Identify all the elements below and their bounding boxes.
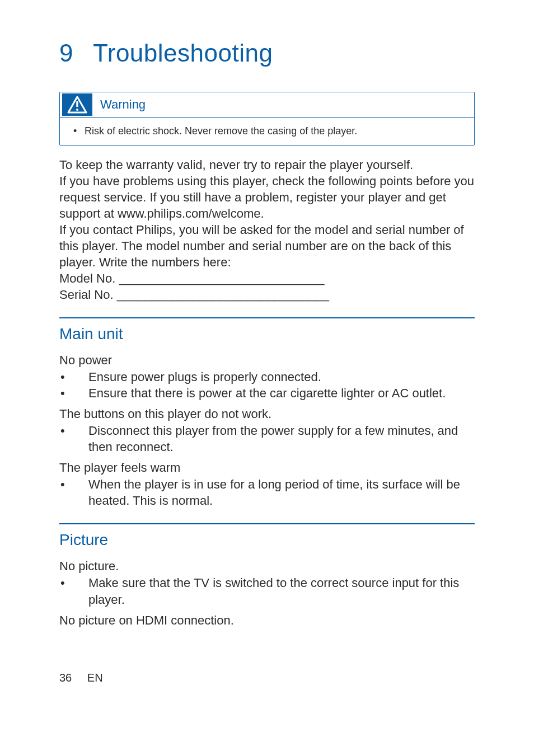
section-divider <box>59 523 475 524</box>
warning-box: Warning • Risk of electric shock. Never … <box>59 92 475 145</box>
svg-rect-1 <box>76 101 78 107</box>
sub-no-power: No power <box>59 353 475 368</box>
section-divider <box>59 317 475 318</box>
list-buttons: •Disconnect this player from the power s… <box>59 422 475 455</box>
serial-no-line: Serial No. _____________________________… <box>59 287 475 303</box>
chapter-number: 9 <box>59 39 93 67</box>
intro-p2: If you have problems using this player, … <box>59 173 475 222</box>
list-no-power: •Ensure power plugs is properly connecte… <box>59 369 475 401</box>
chapter-title: Troubleshooting <box>93 39 273 67</box>
bullet-dot: • <box>73 125 85 137</box>
list-warm: •When the player is in use for a long pe… <box>59 476 475 509</box>
intro-block: To keep the warranty valid, never try to… <box>59 157 475 303</box>
page-number: 36 <box>59 672 72 684</box>
list-item: •Make sure that the TV is switched to th… <box>59 575 475 607</box>
warning-header: Warning <box>60 92 474 118</box>
warning-title: Warning <box>100 97 146 112</box>
warning-icon <box>62 93 92 116</box>
page-content: 9Troubleshooting Warning • Risk of elect… <box>59 0 475 629</box>
intro-p3: If you contact Philips, you will be aske… <box>59 222 475 270</box>
section-main-unit-title: Main unit <box>59 325 475 343</box>
page-lang: EN <box>87 672 103 684</box>
section-picture-title: Picture <box>59 531 475 549</box>
chapter-heading: 9Troubleshooting <box>59 39 475 67</box>
warning-body: • Risk of electric shock. Never remove t… <box>60 118 474 145</box>
sub-no-picture-hdmi: No picture on HDMI connection. <box>59 613 475 628</box>
svg-point-2 <box>76 109 78 111</box>
sub-buttons: The buttons on this player do not work. <box>59 407 475 421</box>
list-item: •Disconnect this player from the power s… <box>59 422 475 455</box>
model-no-line: Model No. ______________________________ <box>59 270 475 287</box>
intro-p1: To keep the warranty valid, never try to… <box>59 157 475 173</box>
sub-no-picture: No picture. <box>59 559 475 574</box>
list-item: •Ensure power plugs is properly connecte… <box>59 369 475 385</box>
warning-text: Risk of electric shock. Never remove the… <box>85 125 357 137</box>
sub-warm: The player feels warm <box>59 461 475 475</box>
page-footer: 36 EN <box>59 672 103 684</box>
list-item: •When the player is in use for a long pe… <box>59 476 475 509</box>
list-item: •Ensure that there is power at the car c… <box>59 385 475 401</box>
list-no-picture: •Make sure that the TV is switched to th… <box>59 575 475 607</box>
